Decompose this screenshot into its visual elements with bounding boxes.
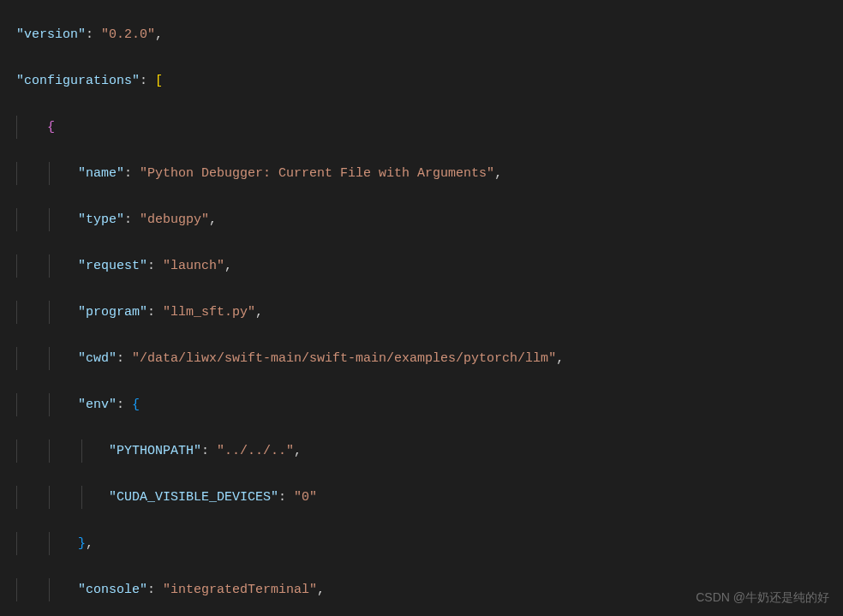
code-line: "PYTHONPATH": "../../..", bbox=[16, 440, 843, 463]
code-line: "configurations": [ bbox=[16, 69, 843, 93]
code-line: "type": "debugpy", bbox=[16, 208, 843, 231]
code-editor[interactable]: "version": "0.2.0", "configurations": [ … bbox=[0, 0, 843, 616]
code-line: { bbox=[16, 116, 843, 139]
code-line: }, bbox=[16, 532, 843, 555]
code-line: "program": "llm_sft.py", bbox=[16, 301, 843, 324]
code-line: "CUDA_VISIBLE_DEVICES": "0" bbox=[16, 486, 843, 509]
watermark-text: CSDN @牛奶还是纯的好 bbox=[696, 586, 829, 609]
code-line: "request": "launch", bbox=[16, 254, 843, 278]
code-line: "cwd": "/data/liwx/swift-main/swift-main… bbox=[16, 347, 843, 370]
code-line: "version": "0.2.0", bbox=[16, 23, 843, 46]
code-line: "env": { bbox=[16, 393, 843, 416]
code-line: "name": "Python Debugger: Current File w… bbox=[16, 162, 843, 185]
